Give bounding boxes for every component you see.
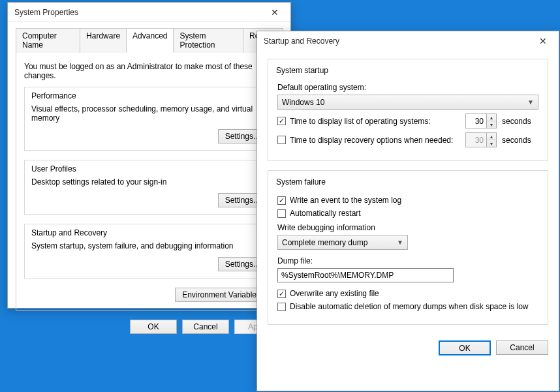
fieldset-system-startup: System startup Default operating system:…: [268, 59, 548, 161]
seconds-label: seconds: [502, 117, 538, 126]
seconds-label: seconds: [502, 136, 538, 145]
group-startup-recovery-legend: Startup and Recovery: [29, 228, 110, 237]
disable-delete-label: Disable automatic deletion of memory dum…: [290, 302, 529, 311]
write-event-label: Write an event to the system log: [290, 196, 401, 205]
spinner-down-icon[interactable]: ▼: [487, 121, 496, 128]
group-startup-recovery: Startup and Recovery System startup, sys…: [24, 224, 274, 279]
cancel-button[interactable]: Cancel: [496, 340, 548, 355]
intro-text: You must be logged on as an Administrato…: [24, 62, 274, 80]
dialog-buttons: OK Cancel Apply: [8, 316, 290, 340]
window-title: System Properties: [14, 8, 262, 17]
chevron-down-icon: ▼: [397, 239, 403, 246]
tab-hardware[interactable]: Hardware: [80, 28, 127, 53]
group-startup-recovery-desc: System startup, system failure, and debu…: [31, 241, 267, 250]
default-os-combo[interactable]: Windows 10 ▼: [277, 95, 538, 110]
spinner-up-icon[interactable]: ▲: [487, 114, 496, 121]
group-user-profiles-desc: Desktop settings related to your sign-in: [31, 177, 267, 187]
debuginfo-label: Write debugging information: [277, 223, 538, 232]
debuginfo-combo[interactable]: Complete memory dump ▼: [277, 235, 408, 250]
system-properties-window: System Properties ✕ Computer Name Hardwa…: [7, 2, 291, 309]
time-list-checkbox[interactable]: [277, 117, 286, 125]
titlebar: System Properties ✕: [8, 3, 290, 22]
auto-restart-checkbox[interactable]: [277, 209, 286, 218]
tab-advanced[interactable]: Advanced: [126, 28, 174, 53]
time-recovery-spinner[interactable]: ▲ ▼: [465, 132, 497, 147]
time-list-spinner[interactable]: ▲ ▼: [465, 113, 497, 128]
ok-button[interactable]: OK: [439, 340, 491, 355]
dumpfile-label: Dump file:: [277, 256, 538, 265]
system-startup-legend: System startup: [273, 66, 331, 75]
chevron-down-icon: ▼: [527, 98, 534, 106]
titlebar: Startup and Recovery ✕: [257, 31, 559, 51]
close-icon[interactable]: ✕: [262, 5, 288, 20]
tab-area: Computer Name Hardware Advanced System P…: [8, 22, 290, 316]
spinner-down-icon[interactable]: ▼: [487, 140, 496, 147]
dumpfile-input[interactable]: [277, 268, 454, 282]
group-performance-legend: Performance: [29, 91, 79, 100]
group-user-profiles-legend: User Profiles: [29, 164, 79, 173]
dialog-buttons: OK Cancel: [257, 340, 559, 363]
tab-computer-name[interactable]: Computer Name: [16, 28, 80, 53]
spinner-up-icon[interactable]: ▲: [487, 133, 496, 140]
disable-delete-checkbox[interactable]: [277, 303, 286, 311]
default-os-value: Windows 10: [282, 98, 324, 107]
startup-recovery-dialog: Startup and Recovery ✕ System startup De…: [257, 31, 559, 391]
time-recovery-label: Time to display recovery options when ne…: [290, 136, 453, 145]
tab-system-protection[interactable]: System Protection: [173, 28, 243, 53]
time-recovery-checkbox[interactable]: [277, 136, 286, 144]
auto-restart-label: Automatically restart: [290, 209, 361, 218]
time-list-label: Time to display list of operating system…: [290, 117, 431, 126]
time-list-input[interactable]: [465, 113, 486, 128]
ok-button[interactable]: OK: [130, 320, 177, 334]
group-performance-desc: Visual effects, processor scheduling, me…: [31, 104, 267, 123]
group-user-profiles: User Profiles Desktop settings related t…: [24, 160, 274, 215]
group-performance: Performance Visual effects, processor sc…: [24, 87, 274, 151]
window-title: Startup and Recovery: [264, 37, 530, 46]
default-os-label: Default operating system:: [277, 83, 538, 92]
overwrite-label: Overwrite any existing file: [290, 289, 379, 298]
system-failure-legend: System failure: [273, 177, 328, 187]
debuginfo-value: Complete memory dump: [282, 238, 367, 247]
write-event-checkbox[interactable]: [277, 196, 286, 205]
tab-strip: Computer Name Hardware Advanced System P…: [16, 27, 283, 53]
cancel-button[interactable]: Cancel: [182, 320, 229, 334]
time-recovery-input[interactable]: [465, 132, 486, 147]
tab-body: You must be logged on as an Administrato…: [16, 53, 283, 310]
overwrite-checkbox[interactable]: [277, 290, 286, 298]
fieldset-system-failure: System failure Write an event to the sys…: [268, 170, 548, 325]
close-icon[interactable]: ✕: [530, 33, 556, 49]
